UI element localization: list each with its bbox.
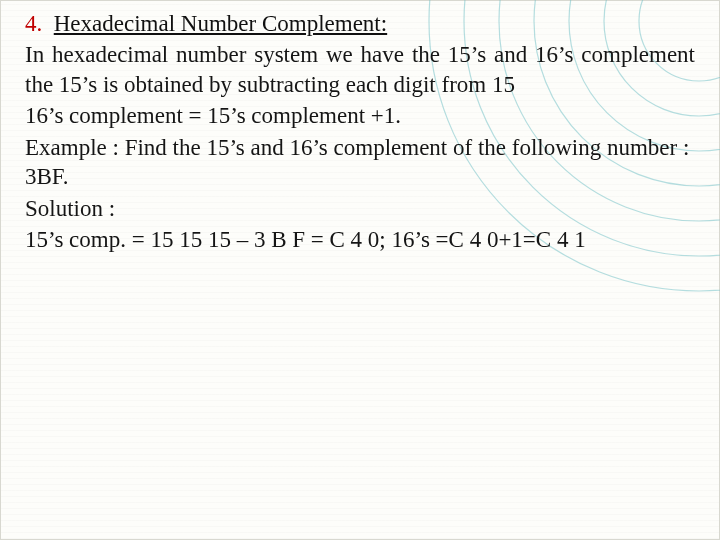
paragraph-solution-label: Solution : [25, 194, 695, 223]
content-block: 4. Hexadecimal Number Complement: In hex… [25, 9, 695, 257]
paragraph-formula: 16’s complement = 15’s complement +1. [25, 101, 695, 130]
paragraph-example: Example : Find the 15’s and 16’s complem… [25, 133, 695, 192]
heading-title: Hexadecimal Number Complement: [54, 11, 387, 36]
paragraph-intro: In hexadecimal number system we have the… [25, 40, 695, 99]
heading-number: 4. [25, 11, 42, 36]
paragraph-solution: 15’s comp. = 15 15 15 – 3 B F = C 4 0; 1… [25, 225, 695, 254]
heading: 4. Hexadecimal Number Complement: [25, 9, 695, 38]
slide: 4. Hexadecimal Number Complement: In hex… [0, 0, 720, 540]
